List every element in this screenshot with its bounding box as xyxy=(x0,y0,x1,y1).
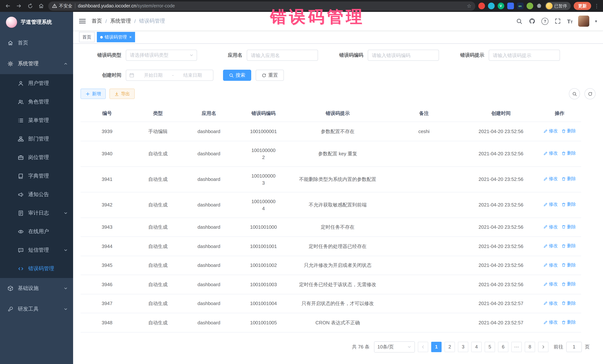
close-icon[interactable]: × xyxy=(129,35,132,39)
cell-type: 自动生成 xyxy=(134,275,182,294)
avatar-caret-icon[interactable]: ▾ xyxy=(595,19,597,23)
delete-link[interactable]: 删除 xyxy=(561,281,576,288)
code-input[interactable] xyxy=(369,50,438,60)
header-search-icon[interactable] xyxy=(515,17,523,25)
cell-code: 1001001000 xyxy=(236,218,291,237)
page-button-8[interactable]: 8 xyxy=(525,342,535,352)
sidebar-item-error-code[interactable]: 错误码管理 xyxy=(0,259,73,278)
page-button-3[interactable]: 3 xyxy=(458,342,468,352)
edit-link[interactable]: 修改 xyxy=(543,281,558,288)
page-button-5[interactable]: 5 xyxy=(485,342,495,352)
sidebar-item-online-users[interactable]: 在线用户 xyxy=(0,222,73,241)
sidebar-item-system[interactable]: 系统管理 xyxy=(0,53,73,74)
sidebar-item-positions[interactable]: 岗位管理 xyxy=(0,148,73,167)
page-size-select[interactable]: 10条/页 xyxy=(374,341,415,352)
edit-link[interactable]: 修改 xyxy=(543,243,558,249)
goto-page-input[interactable] xyxy=(566,342,582,352)
extensions-puzzle-icon[interactable] xyxy=(536,3,542,9)
breadcrumb-home[interactable]: 首页 xyxy=(92,18,102,24)
extension-icon-3[interactable]: V xyxy=(498,3,504,9)
toggle-search-button[interactable] xyxy=(569,88,580,99)
cell-id: 3941 xyxy=(81,166,134,192)
tab-home[interactable]: 首页 xyxy=(79,32,95,42)
edit-link[interactable]: 修改 xyxy=(543,300,558,307)
logo[interactable]: 芋道管理系统 xyxy=(0,12,73,33)
browser-update-button[interactable]: 更新 xyxy=(574,2,591,10)
cell-msg: 不允许获取敏感配置到前端 xyxy=(291,192,384,218)
delete-link[interactable]: 删除 xyxy=(561,128,576,134)
reset-button[interactable]: 重置 xyxy=(256,70,284,81)
page-button-4[interactable]: 4 xyxy=(471,342,482,352)
cell-id: 3948 xyxy=(81,313,134,332)
browser-home-icon[interactable] xyxy=(37,2,45,10)
browser-back-icon[interactable] xyxy=(4,2,12,10)
bookmark-star-icon[interactable]: ☆ xyxy=(467,3,471,9)
edit-link[interactable]: 修改 xyxy=(543,319,558,326)
search-button[interactable]: 搜索 xyxy=(223,70,251,81)
edit-link[interactable]: 修改 xyxy=(543,176,558,183)
user-avatar[interactable] xyxy=(578,16,590,27)
delete-link[interactable]: 删除 xyxy=(561,176,576,183)
breadcrumb-system[interactable]: 系统管理 xyxy=(110,18,131,24)
browser-menu-icon[interactable]: ⋮ xyxy=(594,3,599,9)
page-button-6[interactable]: 6 xyxy=(498,342,508,352)
sidebar-item-roles[interactable]: 角色管理 xyxy=(0,93,73,111)
edit-link[interactable]: 修改 xyxy=(543,201,558,208)
tab-error-code[interactable]: 错误码管理 × xyxy=(97,32,135,42)
tags-view-bar: 首页 错误码管理 × xyxy=(73,31,603,44)
extension-icon-2[interactable] xyxy=(488,3,494,9)
error-code-icon xyxy=(18,266,24,272)
sidebar-item-menus[interactable]: 菜单管理 xyxy=(0,111,73,130)
page-button-1[interactable]: 1 xyxy=(431,342,441,352)
type-select[interactable]: 请选择错误码类型 xyxy=(126,50,197,61)
table-header-row: 编号 类型 应用名 错误码编码 错误码提示 备注 创建时间 操作 xyxy=(81,105,581,122)
page-button-2[interactable]: 2 xyxy=(445,342,455,352)
edit-link[interactable]: 修改 xyxy=(543,262,558,269)
more-pages-button[interactable]: ··· xyxy=(511,342,522,352)
browser-reload-icon[interactable] xyxy=(26,2,34,10)
help-icon[interactable]: ? xyxy=(541,18,548,25)
cell-type: 自动生成 xyxy=(134,237,182,256)
export-button[interactable]: 导出 xyxy=(109,88,135,99)
extension-icon-5[interactable]: on xyxy=(517,3,523,9)
extension-icon-4[interactable] xyxy=(507,3,514,9)
delete-link[interactable]: 删除 xyxy=(561,243,576,249)
app-input[interactable] xyxy=(248,50,317,60)
sidebar-item-dictionary[interactable]: 字典管理 xyxy=(0,167,73,185)
hint-input[interactable] xyxy=(490,50,559,60)
font-size-icon[interactable]: TT xyxy=(567,18,573,24)
browser-forward-icon[interactable] xyxy=(15,2,23,10)
edit-link[interactable]: 修改 xyxy=(543,150,558,157)
extension-icon-1[interactable] xyxy=(478,3,485,9)
sidebar-item-home[interactable]: 首页 xyxy=(0,33,73,53)
sidebar-item-dev-tools[interactable]: 研发工具 xyxy=(0,299,73,320)
address-bar[interactable]: 不安全 dashboard.yudao.iocoder.cn/system/er… xyxy=(48,1,475,11)
delete-link[interactable]: 删除 xyxy=(561,150,576,157)
goto-unit: 页 xyxy=(585,343,590,350)
prev-page-button[interactable] xyxy=(418,342,428,352)
security-chip[interactable]: 不安全 xyxy=(52,3,72,9)
sidebar-item-notices[interactable]: 通知公告 xyxy=(0,185,73,204)
refresh-table-button[interactable] xyxy=(584,88,596,99)
sidebar-item-users[interactable]: 用户管理 xyxy=(0,74,73,93)
hamburger-icon[interactable] xyxy=(79,19,86,23)
next-page-button[interactable] xyxy=(538,342,548,352)
col-app: 应用名 xyxy=(182,105,236,122)
sidebar-item-sms[interactable]: 短信管理 xyxy=(0,241,73,259)
delete-link[interactable]: 删除 xyxy=(561,223,576,230)
edit-link[interactable]: 修改 xyxy=(543,128,558,134)
delete-link[interactable]: 删除 xyxy=(561,300,576,307)
delete-link[interactable]: 删除 xyxy=(561,262,576,269)
sidebar-item-departments[interactable]: 部门管理 xyxy=(0,130,73,148)
sidebar-item-infrastructure[interactable]: 基础设施 xyxy=(0,278,73,299)
delete-link[interactable]: 删除 xyxy=(561,319,576,326)
sidebar-item-audit-log[interactable]: 审计日志 xyxy=(0,204,73,222)
add-button[interactable]: 新增 xyxy=(81,88,106,99)
edit-link[interactable]: 修改 xyxy=(543,223,558,230)
fullscreen-icon[interactable] xyxy=(554,17,561,25)
profile-paused-badge[interactable]: 已暂停 xyxy=(545,2,571,10)
date-range-picker[interactable]: 开始日期 - 结束日期 xyxy=(126,70,213,81)
github-icon[interactable] xyxy=(528,17,536,25)
delete-link[interactable]: 删除 xyxy=(561,201,576,208)
extension-icon-6[interactable] xyxy=(526,3,533,9)
